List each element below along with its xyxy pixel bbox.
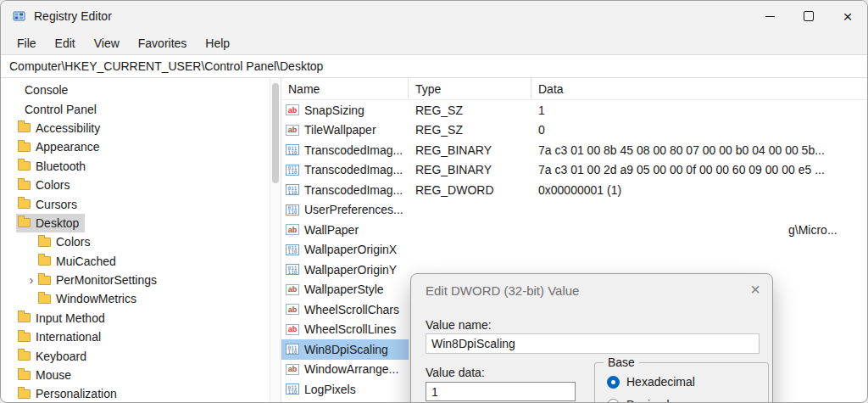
value-name: SnapSizing [304, 104, 364, 117]
tree-item-appearance[interactable]: Appearance [16, 137, 106, 156]
tree-item-cursors[interactable]: Cursors [16, 194, 83, 213]
tree-items: ConsoleControl PanelAccessibilityAppeara… [1, 81, 270, 403]
tree-item-mouse[interactable]: Mouse [16, 366, 77, 384]
chevron-right-icon[interactable]: › [25, 274, 38, 286]
column-header-data[interactable]: Data [531, 78, 867, 99]
tree-item-label: Cursors [36, 198, 77, 211]
value-name: WheelScrollChars [304, 303, 399, 316]
string-icon [286, 125, 299, 136]
tree-item-bluetooth[interactable]: Bluetooth [16, 157, 92, 176]
column-header-type[interactable]: Type [409, 78, 531, 99]
registry-value-row[interactable]: WallpaperOriginX [281, 240, 867, 260]
folder-icon [18, 181, 31, 190]
hexadecimal-radio-label: Hexadecimal [626, 375, 695, 389]
tree-item-label: Control Panel [25, 103, 97, 116]
menu-help[interactable]: Help [196, 31, 239, 54]
value-data-input[interactable] [426, 382, 576, 401]
minimize-icon [765, 16, 775, 17]
tree-scrollbar[interactable] [270, 78, 281, 403]
menubar: File Edit View Favorites Help [1, 31, 867, 54]
folder-icon [18, 199, 31, 209]
registry-value-row[interactable]: SnapSizingREG_SZ1 [281, 100, 867, 120]
binary-icon [286, 204, 299, 215]
menu-edit[interactable]: Edit [46, 31, 85, 54]
tree-item-label: Personalization [36, 387, 117, 400]
tree-item-label: Input Method [36, 311, 105, 325]
value-name: TileWallpaper [304, 123, 376, 137]
tree-item-personalization[interactable]: Personalization [16, 384, 123, 403]
close-button[interactable]: × [828, 1, 867, 31]
folder-icon [18, 313, 31, 322]
registry-value-row[interactable]: TranscodedImag...REG_DWORD0x00000001 (1) [281, 180, 867, 200]
value-name: TranscodedImag... [304, 143, 403, 157]
binary-icon [286, 264, 299, 275]
window-title: Registry Editor [34, 9, 112, 23]
folder-icon [38, 238, 51, 247]
maximize-button[interactable] [789, 1, 828, 31]
string-icon [286, 364, 299, 375]
tree-scrollbar-thumb[interactable] [272, 83, 279, 183]
minimize-button[interactable] [750, 1, 789, 31]
decimal-radio[interactable]: Decimal [607, 398, 670, 403]
folder-icon [18, 161, 31, 171]
tree-item-international[interactable]: International [16, 327, 107, 346]
tree-item-label: Colors [56, 235, 90, 249]
value-data: 7a c3 01 00 8b 45 08 00 80 07 00 00 b0 0… [531, 143, 867, 157]
value-type: REG_BINARY [409, 163, 531, 176]
value-name: WindowArrange... [304, 362, 398, 376]
registry-value-row[interactable]: UserPreferences... [281, 200, 867, 221]
value-data: 0x00000001 (1) [531, 183, 867, 197]
value-name: TranscodedImag... [304, 163, 403, 176]
registry-value-row[interactable]: WallPaperg\Micro... [281, 220, 867, 240]
registry-value-row[interactable]: TileWallpaperREG_SZ0 [281, 120, 867, 141]
base-groupbox: Base Hexadecimal Decimal [594, 362, 769, 403]
value-name-input[interactable] [426, 333, 760, 354]
value-name-label: Value name: [426, 318, 492, 332]
tree-item-label: Mouse [36, 368, 71, 382]
radio-selected-icon [607, 376, 620, 389]
folder-icon [38, 294, 51, 304]
close-icon: × [843, 8, 852, 25]
value-data: 1 [531, 104, 867, 117]
tree-item-label: Desktop [36, 216, 79, 230]
tree-item-muicached[interactable]: MuiCached [36, 252, 122, 271]
tree-item-input-method[interactable]: Input Method [16, 309, 111, 327]
value-name: LogPixels [304, 383, 356, 396]
dialog-title: Edit DWORD (32-bit) Value [426, 283, 579, 298]
menu-file[interactable]: File [8, 31, 46, 54]
tree-item-control-panel[interactable]: Control Panel [23, 99, 103, 118]
binary-icon [286, 184, 299, 195]
tree-item-label: WindowMetrics [56, 292, 136, 305]
main-split: ConsoleControl PanelAccessibilityAppeara… [1, 78, 867, 403]
tree-item-desktop[interactable]: Desktop [16, 214, 85, 232]
registry-value-row[interactable]: TranscodedImag...REG_BINARY7a c3 01 00 2… [281, 160, 867, 181]
folder-icon [18, 389, 31, 399]
tree-item-label: Keyboard [36, 350, 86, 363]
dialog-close-icon[interactable]: × [750, 279, 760, 299]
registry-value-row[interactable]: TranscodedImag...REG_BINARY7a c3 01 00 8… [281, 140, 867, 160]
folder-icon [18, 351, 31, 361]
binary-icon [286, 244, 299, 255]
tree-item-colors[interactable]: Colors [36, 232, 96, 251]
hexadecimal-radio[interactable]: Hexadecimal [607, 375, 695, 389]
tree-item-keyboard[interactable]: Keyboard [16, 346, 92, 365]
value-type: REG_SZ [409, 104, 531, 117]
tree-item-colors[interactable]: Colors [16, 176, 75, 194]
tree-item-windowmetrics[interactable]: WindowMetrics [36, 289, 142, 308]
value-data: g\Micro... [531, 223, 867, 237]
tree-item-console[interactable]: Console [23, 81, 74, 99]
base-group-label: Base [604, 355, 639, 369]
address-input[interactable] [1, 59, 867, 73]
caption-buttons: × [750, 1, 867, 31]
tree-item-label: MuiCached [56, 255, 116, 268]
menu-favorites[interactable]: Favorites [129, 31, 197, 54]
menu-view[interactable]: View [85, 31, 129, 54]
decimal-radio-label: Decimal [626, 398, 670, 403]
tree-item-label: Accessibility [36, 121, 100, 135]
folder-icon [38, 256, 51, 266]
folder-icon [18, 218, 31, 227]
column-header-name[interactable]: Name [281, 78, 409, 99]
tree-item-accessibility[interactable]: Accessibility [16, 119, 106, 137]
radio-unselected-icon [607, 399, 620, 403]
tree-item-permonitorsettings[interactable]: ›PerMonitorSettings [23, 271, 163, 289]
